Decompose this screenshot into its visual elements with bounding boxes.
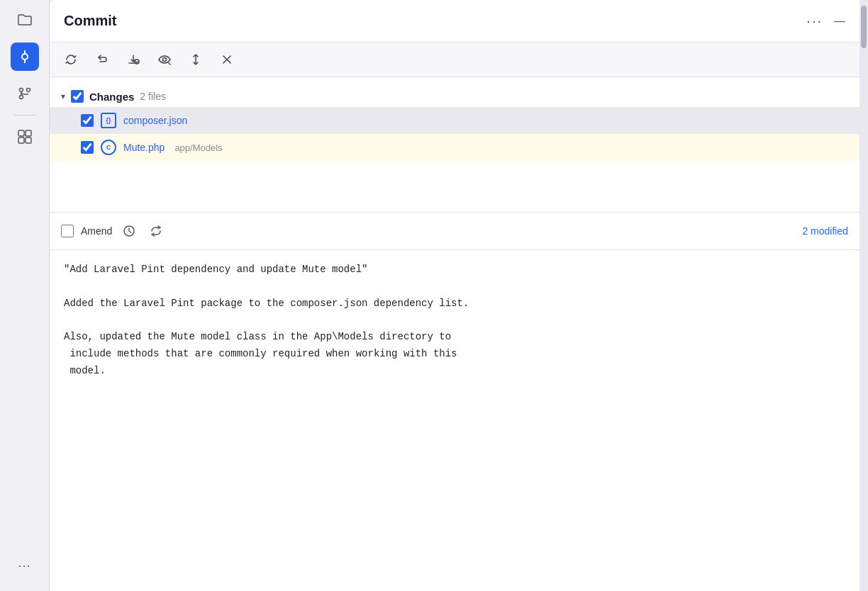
close-button[interactable]: [217, 50, 237, 69]
svg-rect-6: [18, 130, 24, 136]
file-name-mute-php: Mute.php: [123, 142, 165, 153]
sidebar-item-folder[interactable]: [11, 6, 39, 34]
json-file-icon: {}: [101, 113, 116, 128]
changes-label: Changes: [89, 91, 134, 103]
sidebar-item-commit[interactable]: [11, 43, 39, 71]
eye-button[interactable]: [155, 50, 174, 69]
file-checkbox-composer-json[interactable]: [81, 114, 94, 127]
arrows-button[interactable]: [186, 50, 206, 69]
main-content: Commit ··· —: [50, 0, 859, 591]
title-bar: Commit ··· —: [50, 0, 859, 43]
svg-point-4: [19, 96, 23, 99]
changes-header[interactable]: ▾ Changes 2 files: [50, 86, 859, 107]
sidebar-item-more[interactable]: ···: [11, 551, 39, 580]
history-icon[interactable]: [119, 221, 139, 241]
file-name-composer-json: composer.json: [123, 115, 187, 126]
spacer: [50, 169, 859, 212]
download-button[interactable]: [123, 50, 143, 69]
svg-point-11: [163, 58, 167, 62]
scrollbar-thumb[interactable]: [861, 6, 867, 48]
amend-checkbox[interactable]: [61, 225, 74, 237]
changes-checkbox[interactable]: [71, 90, 84, 103]
amend-label: Amend: [81, 225, 112, 237]
amend-section: Amend 2 modified: [50, 212, 859, 249]
svg-rect-7: [26, 130, 31, 136]
commit-message-input[interactable]: [50, 250, 859, 591]
php-file-icon: C: [101, 140, 116, 155]
sidebar: ···: [0, 0, 50, 591]
page-title: Commit: [64, 13, 116, 29]
undo-button[interactable]: [92, 50, 112, 69]
title-actions: ··· —: [806, 13, 845, 29]
scrollbar[interactable]: [859, 0, 868, 591]
more-dots-icon: ···: [18, 558, 30, 573]
file-item-mute-php[interactable]: C Mute.php app/Models: [50, 134, 859, 161]
svg-point-0: [22, 54, 28, 60]
sidebar-item-extensions[interactable]: [11, 123, 39, 151]
sidebar-item-branches[interactable]: [11, 79, 39, 108]
file-checkbox-mute-php[interactable]: [81, 141, 94, 154]
file-path-mute-php: app/Models: [174, 142, 222, 153]
commit-message-area: [50, 249, 859, 591]
minimize-button[interactable]: —: [834, 15, 845, 28]
sidebar-divider: [14, 115, 35, 116]
file-list-area: ▾ Changes 2 files {} composer.json C Mut…: [50, 77, 859, 169]
file-item-composer-json[interactable]: {} composer.json: [50, 107, 859, 134]
title-dots-menu[interactable]: ···: [806, 13, 823, 29]
svg-point-5: [26, 89, 30, 92]
svg-point-3: [19, 89, 23, 92]
chevron-down-icon: ▾: [61, 91, 65, 101]
refresh-button[interactable]: [61, 50, 81, 69]
modified-badge: 2 modified: [802, 225, 848, 237]
toolbar: [50, 43, 859, 77]
loop-icon[interactable]: [146, 221, 166, 241]
changes-count: 2 files: [140, 91, 166, 102]
svg-rect-8: [18, 137, 24, 143]
svg-rect-9: [26, 137, 31, 143]
